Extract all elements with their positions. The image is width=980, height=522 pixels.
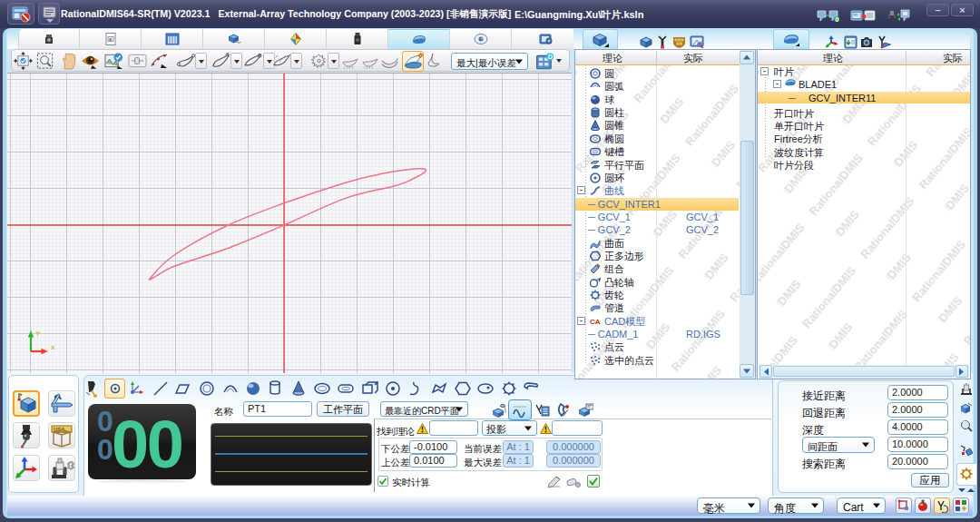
svg-text:a: a — [109, 36, 112, 42]
svg-text:D: D — [548, 53, 553, 61]
svg-text:0: 0 — [836, 16, 839, 23]
svg-text:Y: Y — [35, 330, 41, 338]
svg-text:CAD: CAD — [590, 318, 601, 326]
svg-text:x: x — [51, 343, 55, 351]
